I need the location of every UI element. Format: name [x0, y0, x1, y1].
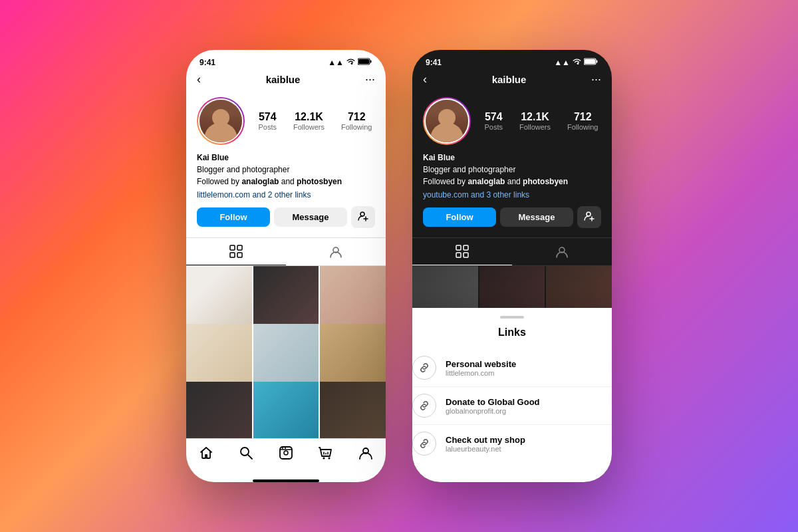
svg-rect-22 [585, 59, 595, 64]
posts-count-right: 574 [484, 111, 503, 123]
bio-link-right[interactable]: youtube.com and 3 other links [423, 189, 601, 201]
bio-left: Kai Blue Blogger and photographer Follow… [197, 152, 375, 201]
back-button-left[interactable]: ‹ [197, 72, 201, 86]
posts-label-left: Posts [258, 123, 277, 131]
avatar-wrap-left [197, 97, 245, 145]
stat-posts-right: 574 Posts [484, 111, 503, 131]
bio-link-left[interactable]: littlelemon.com and 2 other links [197, 189, 375, 201]
link-text-wrap-0: Personal website littlelemon.com [446, 359, 516, 377]
bio-name-left: Kai Blue [197, 153, 229, 162]
message-button-left[interactable]: Message [274, 207, 347, 227]
status-bar-left: 9:41 ▲▲ [186, 50, 386, 70]
more-button-right[interactable]: ··· [591, 72, 601, 86]
back-button-right[interactable]: ‹ [423, 72, 427, 86]
nav-search-left[interactable] [239, 446, 253, 464]
svg-rect-9 [237, 253, 242, 257]
link-url-1: globalnonprofit.org [446, 407, 540, 415]
link-text-wrap-1: Donate to Global Good globalnonprofit.or… [446, 397, 540, 415]
bio-followed-2-left: photosbyen [297, 177, 342, 186]
bio-followed-connector-right: and [505, 177, 523, 186]
svg-rect-23 [597, 61, 598, 63]
sheet-handle [500, 316, 524, 319]
nav-home-left[interactable] [199, 446, 213, 464]
signal-icon-right: ▲▲ [554, 58, 570, 67]
profile-top-left: 574 Posts 12.1K Followers 712 Following [197, 97, 375, 145]
posts-label-right: Posts [484, 123, 503, 131]
bio-followed-prefix-left: Followed by [197, 177, 241, 186]
photo-cell-9[interactable] [320, 382, 386, 438]
svg-line-12 [248, 455, 252, 459]
nav-shop-left[interactable] [319, 446, 333, 464]
action-buttons-left: Follow Message [197, 206, 375, 228]
link-item-0[interactable]: Personal website littlelemon.com [412, 349, 612, 387]
svg-rect-7 [237, 245, 242, 250]
link-icon-2 [412, 432, 436, 456]
photo-cell-7[interactable] [186, 382, 252, 438]
svg-rect-6 [230, 245, 235, 250]
stat-followers-left: 12.1K Followers [293, 111, 325, 131]
link-url-2: lalueurbeauty.net [446, 445, 525, 453]
message-button-right[interactable]: Message [500, 207, 573, 227]
signal-icon-left: ▲▲ [328, 58, 344, 67]
right-phone: 9:41 ▲▲ ‹ kaiblue ··· [412, 50, 612, 482]
tab-tagged-right[interactable] [512, 238, 612, 265]
add-person-button-left[interactable] [351, 206, 375, 228]
tab-grid-right[interactable] [412, 238, 512, 265]
tab-tagged-left[interactable] [286, 238, 386, 265]
posts-count-left: 574 [258, 111, 277, 123]
nav-profile-left[interactable] [358, 446, 373, 464]
tab-grid-left[interactable] [186, 238, 286, 265]
stats-left: 574 Posts 12.1K Followers 712 Following [255, 111, 375, 131]
avatar-inner-left [198, 98, 243, 144]
svg-rect-1 [358, 59, 369, 64]
stat-following-left: 712 Following [341, 111, 372, 131]
nav-reels-left[interactable] [279, 446, 293, 464]
follow-button-left[interactable]: Follow [197, 207, 270, 227]
svg-rect-27 [456, 245, 461, 250]
following-count-right: 712 [567, 111, 598, 123]
left-phone: 9:41 ▲▲ ‹ kaiblue ··· 574 [186, 50, 386, 482]
wifi-icon-left [346, 58, 355, 67]
svg-point-11 [241, 448, 249, 456]
photo-cell-3[interactable] [320, 266, 386, 332]
bio-link-extra-right: and 3 other links [471, 190, 529, 200]
photo-cell-1[interactable] [186, 266, 252, 332]
bio-followed-1-left: analoglab [241, 177, 279, 186]
status-icons-left: ▲▲ [328, 58, 372, 67]
photo-cell-4[interactable] [186, 324, 252, 390]
content-tabs-right [412, 237, 612, 266]
bottom-sheet: Links Personal website littlelemon.com D… [412, 308, 612, 482]
battery-icon-right [584, 58, 598, 67]
home-bar-left [253, 479, 319, 482]
photo-cell-5[interactable] [253, 324, 319, 390]
follow-button-right[interactable]: Follow [423, 207, 496, 227]
link-title-0: Personal website [446, 359, 516, 369]
bio-followed-1-right: analoglab [467, 177, 505, 186]
status-icons-right: ▲▲ [554, 58, 598, 67]
avatar-silhouette-right [426, 100, 468, 142]
svg-rect-2 [370, 61, 372, 63]
link-item-2[interactable]: Check out my shop lalueurbeauty.net [412, 425, 612, 462]
link-item-1[interactable]: Donate to Global Good globalnonprofit.or… [412, 387, 612, 425]
nav-bar-left: ‹ kaiblue ··· [186, 70, 386, 92]
followers-label-left: Followers [293, 123, 325, 131]
link-icon-1 [412, 394, 436, 418]
photo-cell-6[interactable] [320, 324, 386, 390]
svg-point-19 [329, 458, 331, 460]
nav-bar-right: ‹ kaiblue ··· [412, 70, 612, 92]
photo-cell-2[interactable] [253, 266, 319, 332]
profile-section-right: 574 Posts 12.1K Followers 712 Following … [412, 92, 612, 235]
right-phone-container: 9:41 ▲▲ ‹ kaiblue ··· [412, 50, 612, 482]
following-label-left: Following [341, 123, 372, 131]
link-url-0: littlelemon.com [446, 369, 516, 377]
followers-count-right: 12.1K [519, 111, 551, 123]
bio-followed-prefix-right: Followed by [423, 177, 467, 186]
photo-cell-8[interactable] [253, 382, 319, 438]
add-person-button-right[interactable] [577, 206, 601, 228]
following-label-right: Following [567, 123, 598, 131]
action-buttons-right: Follow Message [423, 206, 601, 228]
time-right: 9:41 [426, 58, 442, 67]
bio-desc-right: Blogger and photographer [423, 165, 515, 174]
svg-rect-28 [464, 245, 468, 250]
more-button-left[interactable]: ··· [365, 72, 375, 86]
